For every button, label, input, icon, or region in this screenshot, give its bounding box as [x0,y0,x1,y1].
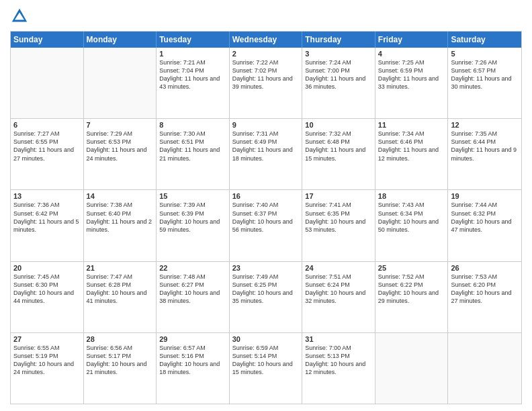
day-number: 7 [87,121,154,129]
cell-info: Sunrise: 7:29 AM Sunset: 6:53 PM Dayligh… [87,130,154,163]
cell-info: Sunrise: 7:41 AM Sunset: 6:35 PM Dayligh… [305,201,372,234]
day-number: 6 [13,121,81,129]
calendar-cell-r4c5 [375,333,449,404]
day-number: 3 [305,50,372,58]
day-number: 10 [305,121,372,129]
calendar-cell-r2c0: 13Sunrise: 7:36 AM Sunset: 6:42 PM Dayli… [11,190,84,261]
logo-icon [10,7,29,26]
day-number: 25 [378,264,445,272]
calendar-cell-r4c1: 28Sunrise: 6:56 AM Sunset: 5:17 PM Dayli… [84,333,157,404]
calendar-cell-r3c6: 26Sunrise: 7:53 AM Sunset: 6:20 PM Dayli… [448,262,521,332]
cell-info: Sunrise: 7:26 AM Sunset: 6:57 PM Dayligh… [451,58,519,91]
calendar-cell-r3c5: 25Sunrise: 7:52 AM Sunset: 6:22 PM Dayli… [375,262,449,332]
cell-info: Sunrise: 7:34 AM Sunset: 6:46 PM Dayligh… [378,130,445,163]
cell-info: Sunrise: 7:31 AM Sunset: 6:49 PM Dayligh… [232,130,300,163]
calendar-cell-r0c1 [84,48,157,118]
header [10,7,522,26]
calendar-cell-r1c4: 10Sunrise: 7:32 AM Sunset: 6:48 PM Dayli… [302,119,375,189]
calendar-row-4: 27Sunrise: 6:55 AM Sunset: 5:19 PM Dayli… [11,333,521,404]
day-number: 22 [159,264,226,272]
cell-info: Sunrise: 7:39 AM Sunset: 6:39 PM Dayligh… [159,201,226,234]
calendar-cell-r4c2: 29Sunrise: 6:57 AM Sunset: 5:16 PM Dayli… [157,333,230,404]
day-number: 12 [451,121,519,129]
cell-info: Sunrise: 7:47 AM Sunset: 6:28 PM Dayligh… [87,273,154,306]
day-number: 5 [451,50,519,58]
day-number: 15 [159,192,226,200]
calendar-cell-r3c1: 21Sunrise: 7:47 AM Sunset: 6:28 PM Dayli… [84,262,157,332]
logo [10,7,32,26]
header-day-sunday: Sunday [11,32,84,48]
cell-info: Sunrise: 6:56 AM Sunset: 5:17 PM Dayligh… [87,344,154,377]
header-day-friday: Friday [375,32,449,48]
day-number: 29 [159,335,226,343]
calendar-cell-r1c3: 9Sunrise: 7:31 AM Sunset: 6:49 PM Daylig… [230,119,303,189]
page: SundayMondayTuesdayWednesdayThursdayFrid… [0,0,532,411]
cell-info: Sunrise: 7:00 AM Sunset: 5:13 PM Dayligh… [305,344,372,377]
cell-info: Sunrise: 7:25 AM Sunset: 6:59 PM Dayligh… [378,58,445,91]
calendar-cell-r1c1: 7Sunrise: 7:29 AM Sunset: 6:53 PM Daylig… [84,119,157,189]
calendar-cell-r4c0: 27Sunrise: 6:55 AM Sunset: 5:19 PM Dayli… [11,333,84,404]
cell-info: Sunrise: 7:45 AM Sunset: 6:30 PM Dayligh… [13,273,81,306]
day-number: 4 [378,50,445,58]
day-number: 18 [378,192,445,200]
header-day-monday: Monday [84,32,157,48]
calendar-cell-r1c0: 6Sunrise: 7:27 AM Sunset: 6:55 PM Daylig… [11,119,84,189]
cell-info: Sunrise: 7:27 AM Sunset: 6:55 PM Dayligh… [13,130,81,163]
calendar-cell-r1c5: 11Sunrise: 7:34 AM Sunset: 6:46 PM Dayli… [375,119,449,189]
header-day-saturday: Saturday [448,32,521,48]
day-number: 31 [305,335,372,343]
cell-info: Sunrise: 7:51 AM Sunset: 6:24 PM Dayligh… [305,273,372,306]
calendar-body: 1Sunrise: 7:21 AM Sunset: 7:04 PM Daylig… [11,48,521,404]
cell-info: Sunrise: 7:43 AM Sunset: 6:34 PM Dayligh… [378,201,445,234]
cell-info: Sunrise: 6:55 AM Sunset: 5:19 PM Dayligh… [13,344,81,377]
day-number: 13 [13,192,81,200]
day-number: 14 [87,192,154,200]
cell-info: Sunrise: 7:53 AM Sunset: 6:20 PM Dayligh… [451,273,519,306]
cell-info: Sunrise: 7:24 AM Sunset: 7:00 PM Dayligh… [305,58,372,91]
calendar-cell-r2c4: 17Sunrise: 7:41 AM Sunset: 6:35 PM Dayli… [302,190,375,261]
cell-info: Sunrise: 7:21 AM Sunset: 7:04 PM Dayligh… [159,58,226,91]
calendar-cell-r1c2: 8Sunrise: 7:30 AM Sunset: 6:51 PM Daylig… [157,119,230,189]
calendar-cell-r0c5: 4Sunrise: 7:25 AM Sunset: 6:59 PM Daylig… [375,48,449,118]
calendar-cell-r2c6: 19Sunrise: 7:44 AM Sunset: 6:32 PM Dayli… [448,190,521,261]
calendar-cell-r2c2: 15Sunrise: 7:39 AM Sunset: 6:39 PM Dayli… [157,190,230,261]
cell-info: Sunrise: 7:44 AM Sunset: 6:32 PM Dayligh… [451,201,519,234]
cell-info: Sunrise: 6:57 AM Sunset: 5:16 PM Dayligh… [159,344,226,377]
day-number: 19 [451,192,519,200]
header-day-tuesday: Tuesday [157,32,230,48]
cell-info: Sunrise: 7:30 AM Sunset: 6:51 PM Dayligh… [159,130,226,163]
calendar-cell-r2c5: 18Sunrise: 7:43 AM Sunset: 6:34 PM Dayli… [375,190,449,261]
calendar-row-2: 13Sunrise: 7:36 AM Sunset: 6:42 PM Dayli… [11,190,521,261]
cell-info: Sunrise: 6:59 AM Sunset: 5:14 PM Dayligh… [232,344,300,377]
cell-info: Sunrise: 7:36 AM Sunset: 6:42 PM Dayligh… [13,201,81,234]
calendar-row-3: 20Sunrise: 7:45 AM Sunset: 6:30 PM Dayli… [11,262,521,333]
day-number: 8 [159,121,226,129]
calendar-row-1: 6Sunrise: 7:27 AM Sunset: 6:55 PM Daylig… [11,119,521,190]
calendar-cell-r4c3: 30Sunrise: 6:59 AM Sunset: 5:14 PM Dayli… [230,333,303,404]
day-number: 30 [232,335,300,343]
cell-info: Sunrise: 7:32 AM Sunset: 6:48 PM Dayligh… [305,130,372,163]
calendar-cell-r3c2: 22Sunrise: 7:48 AM Sunset: 6:27 PM Dayli… [157,262,230,332]
calendar-cell-r0c0 [11,48,84,118]
day-number: 20 [13,264,81,272]
cell-info: Sunrise: 7:38 AM Sunset: 6:40 PM Dayligh… [87,201,154,234]
calendar-cell-r3c3: 23Sunrise: 7:49 AM Sunset: 6:25 PM Dayli… [230,262,303,332]
calendar-cell-r1c6: 12Sunrise: 7:35 AM Sunset: 6:44 PM Dayli… [448,119,521,189]
calendar-cell-r2c3: 16Sunrise: 7:40 AM Sunset: 6:37 PM Dayli… [230,190,303,261]
calendar-cell-r0c4: 3Sunrise: 7:24 AM Sunset: 7:00 PM Daylig… [302,48,375,118]
day-number: 9 [232,121,300,129]
calendar-cell-r0c6: 5Sunrise: 7:26 AM Sunset: 6:57 PM Daylig… [448,48,521,118]
cell-info: Sunrise: 7:52 AM Sunset: 6:22 PM Dayligh… [378,273,445,306]
calendar-cell-r2c1: 14Sunrise: 7:38 AM Sunset: 6:40 PM Dayli… [84,190,157,261]
calendar-cell-r3c0: 20Sunrise: 7:45 AM Sunset: 6:30 PM Dayli… [11,262,84,332]
day-number: 27 [13,335,81,343]
calendar: SundayMondayTuesdayWednesdayThursdayFrid… [10,31,522,404]
day-number: 11 [378,121,445,129]
cell-info: Sunrise: 7:49 AM Sunset: 6:25 PM Dayligh… [232,273,300,306]
day-number: 17 [305,192,372,200]
day-number: 24 [305,264,372,272]
calendar-cell-r3c4: 24Sunrise: 7:51 AM Sunset: 6:24 PM Dayli… [302,262,375,332]
cell-info: Sunrise: 7:22 AM Sunset: 7:02 PM Dayligh… [232,58,300,91]
day-number: 21 [87,264,154,272]
header-day-wednesday: Wednesday [230,32,303,48]
